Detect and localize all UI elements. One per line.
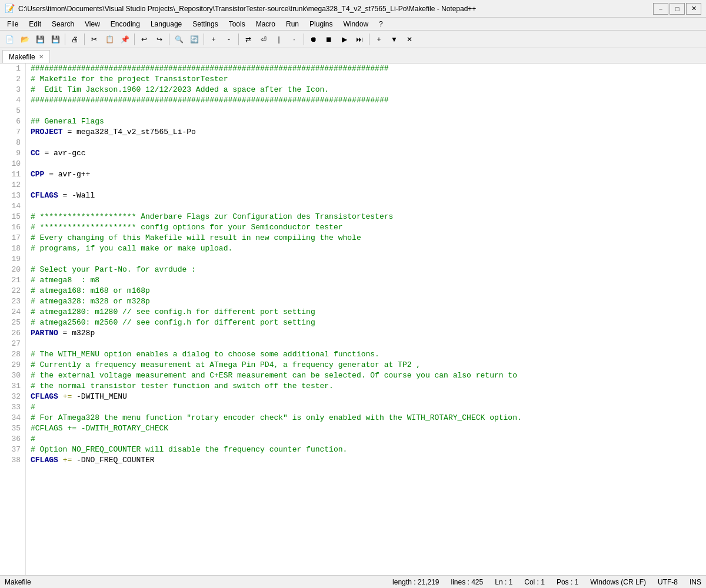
zoom-in-button[interactable]: + [207,32,221,46]
toolbar-sep-8 [369,34,369,45]
code-line-21: # atmega8 : m8 [31,275,706,286]
tab-down-button[interactable]: ▼ [387,32,401,46]
code-line-28: # The WITH_MENU option enables a dialog … [31,349,706,360]
code-line-26: PARTNO = m328p [31,328,706,339]
minimize-button[interactable]: − [653,3,668,15]
status-ln: Ln : 1 [495,578,512,586]
menu-item-search[interactable]: Search [47,19,79,29]
toolbar-sep-7 [304,34,304,45]
redo-button[interactable]: ↪ [152,32,166,46]
tab-label: Makefile [9,53,35,61]
line-num-17: 17 [0,233,25,243]
copy-button[interactable]: 📋 [102,32,116,46]
undo-button[interactable]: ↩ [137,32,151,46]
editor-container: 1234567891011121314151617181920212223242… [0,64,706,575]
code-line-38: CFLAGS += -DNO_FREQ_COUNTER [31,455,706,466]
line-num-13: 13 [0,191,25,201]
line-num-24: 24 [0,307,25,318]
app-icon: 📝 [5,4,15,14]
code-line-32: CFLAGS += -DWITH_MENU [31,392,706,402]
code-line-20: # Select your Part-No. for avrdude : [31,265,706,275]
code-line-29: # Currently a frequency measurement at A… [31,360,706,370]
code-line-18: # programs, if you call make or make upl… [31,243,706,254]
line-num-14: 14 [0,201,25,212]
line-num-31: 31 [0,381,25,392]
status-info: length : 21,219 lines : 425 Ln : 1 Col :… [392,578,701,586]
code-line-19 [31,254,706,265]
code-line-15: # ********************* Änderbare Flags … [31,212,706,222]
open-button[interactable]: 📂 [18,32,32,46]
sync-scroll-button[interactable]: ⇄ [241,32,255,46]
line-num-22: 22 [0,286,25,296]
print-button[interactable]: 🖨 [68,32,82,46]
close-button[interactable]: ✕ [686,3,701,15]
menu-item-settings[interactable]: Settings [188,19,222,29]
code-line-2: # Makefile for the project TransistorTes… [31,74,706,85]
cut-button[interactable]: ✂ [87,32,101,46]
line-num-29: 29 [0,360,25,370]
code-area[interactable]: ########################################… [26,64,706,575]
code-line-14 [31,201,706,212]
code-line-6: ## General Flags [31,116,706,127]
status-filename: Makefile [5,578,31,586]
close-tab-x-button[interactable]: ✕ [402,32,417,46]
menu-item-edit[interactable]: Edit [24,19,46,29]
zoom-out-button[interactable]: - [222,32,236,46]
line-num-30: 30 [0,370,25,381]
macro-stop-button[interactable]: ⏹ [322,32,336,46]
macro-rec-button[interactable]: ⏺ [307,32,321,46]
menu-item-?[interactable]: ? [374,19,388,29]
makefile-tab[interactable]: Makefile ✕ [2,50,50,63]
status-bar: Makefile length : 21,219 lines : 425 Ln … [0,575,706,588]
code-line-11: CPP = avr-g++ [31,169,706,180]
line-num-15: 15 [0,212,25,222]
code-line-7: PROJECT = mega328_T4_v2_st7565_Li-Po [31,127,706,138]
new-tab-button[interactable]: + [372,32,386,46]
code-line-8 [31,138,706,148]
macro-run-button[interactable]: ⏭ [352,32,367,46]
menu-item-window[interactable]: Window [338,19,373,29]
replace-button[interactable]: 🔄 [187,32,201,46]
find-button[interactable]: 🔍 [172,32,186,46]
line-num-36: 36 [0,434,25,445]
indent-guide-button[interactable]: | [272,32,286,46]
menu-item-file[interactable]: File [2,19,23,29]
line-num-19: 19 [0,254,25,265]
maximize-button[interactable]: □ [670,3,685,15]
code-line-3: # Edit Tim Jackson.1960 12/12/2023 Added… [31,85,706,95]
code-line-35: #CFLAGS += -DWITH_ROTARY_CHECK [31,423,706,434]
tab-bar: Makefile ✕ [0,48,706,64]
tab-close-button[interactable]: ✕ [39,54,44,60]
line-num-4: 4 [0,95,25,106]
window-controls: − □ ✕ [653,3,701,15]
menu-item-encoding[interactable]: Encoding [106,19,145,29]
menu-item-macro[interactable]: Macro [251,19,280,29]
word-wrap-button[interactable]: ⏎ [257,32,271,46]
line-num-5: 5 [0,106,25,116]
save-all-button[interactable]: 💾 [48,32,62,46]
toolbar-sep-5 [204,34,204,45]
code-line-16: # ********************* config options f… [31,222,706,233]
line-num-12: 12 [0,180,25,191]
code-line-4: ########################################… [31,95,706,106]
paste-button[interactable]: 📌 [118,32,132,46]
line-num-28: 28 [0,349,25,360]
new-button[interactable]: 📄 [2,32,16,46]
code-line-36: # [31,434,706,445]
menu-item-language[interactable]: Language [146,19,187,29]
code-line-27 [31,339,706,349]
menu-item-tools[interactable]: Tools [224,19,250,29]
code-line-5 [31,106,706,116]
toolbar-sep-3 [134,34,135,45]
line-num-6: 6 [0,116,25,127]
code-line-30: # the external voltage measurement and C… [31,370,706,381]
line-num-27: 27 [0,339,25,349]
menu-item-plugins[interactable]: Plugins [305,19,337,29]
code-line-10 [31,159,706,169]
save-button[interactable]: 💾 [33,32,47,46]
menu-item-run[interactable]: Run [281,19,304,29]
menu-item-view[interactable]: View [80,19,105,29]
whitespace-button[interactable]: · [287,32,301,46]
toolbar-sep-6 [238,34,239,45]
macro-play-button[interactable]: ▶ [337,32,351,46]
